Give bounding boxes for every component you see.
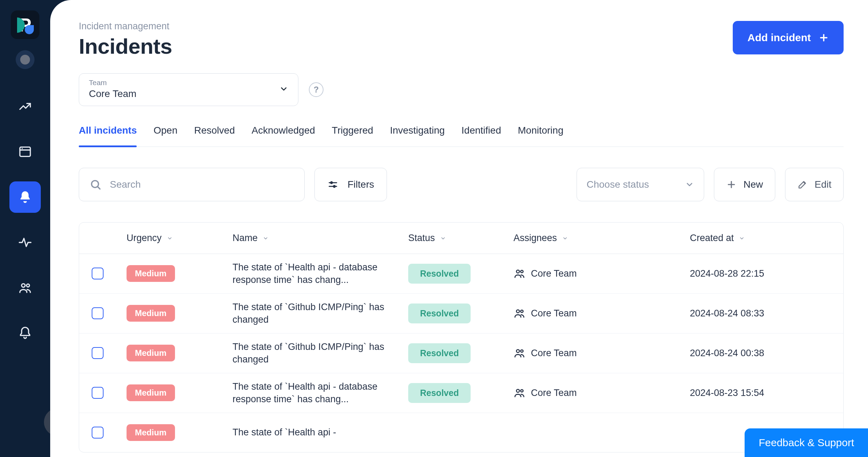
tab-acknowledged[interactable]: Acknowledged — [252, 125, 315, 147]
status-select[interactable]: Choose status — [577, 168, 704, 201]
table-row[interactable]: MediumThe state of `Health api - — [79, 413, 843, 452]
add-incident-button[interactable]: Add incident — [733, 21, 844, 54]
status-dot-icon — [20, 55, 30, 65]
tab-open[interactable]: Open — [153, 125, 177, 147]
sidebar-item-alerts[interactable] — [9, 317, 41, 349]
table-body: MediumThe state of `Health api - databas… — [79, 254, 843, 452]
edit-button[interactable]: Edit — [785, 168, 844, 201]
svg-point-20 — [521, 350, 523, 352]
svg-point-3 — [22, 284, 25, 287]
add-incident-label: Add incident — [747, 32, 811, 44]
incidents-table: Urgency Name Status Assignees Created at — [79, 222, 844, 452]
tab-resolved[interactable]: Resolved — [194, 125, 235, 147]
new-button[interactable]: New — [714, 168, 775, 201]
team-icon — [513, 387, 525, 399]
assignee-cell: Core Team — [513, 347, 690, 359]
col-created-at[interactable]: Created at — [690, 233, 831, 244]
main-panel: Incident management Incidents Add incide… — [50, 0, 868, 457]
assignee-cell: Core Team — [513, 268, 690, 279]
row-checkbox[interactable] — [92, 347, 104, 359]
col-status[interactable]: Status — [408, 233, 513, 244]
question-mark-icon: ? — [314, 85, 319, 95]
logo-accent-blue — [25, 25, 34, 34]
search-icon — [90, 179, 101, 190]
team-select-value: Core Team — [89, 88, 136, 99]
created-at-cell: 2024-08-24 08:33 — [690, 308, 831, 319]
page-header: Incident management Incidents Add incide… — [79, 21, 844, 59]
incident-name: The state of `Health api - — [233, 426, 344, 439]
row-checkbox[interactable] — [92, 307, 104, 319]
sidebar-item-pages[interactable] — [9, 136, 41, 167]
edit-icon — [797, 179, 808, 190]
sidebar: P — [0, 0, 50, 457]
svg-point-21 — [517, 389, 520, 392]
svg-line-8 — [98, 187, 100, 189]
tab-investigating[interactable]: Investigating — [390, 125, 445, 147]
sort-icon — [562, 235, 568, 241]
chevron-down-icon — [685, 180, 694, 189]
bell-outline-icon — [18, 326, 32, 340]
col-assignees[interactable]: Assignees — [513, 233, 690, 244]
edit-label: Edit — [815, 179, 831, 190]
selectors-row: Team Core Team ? — [79, 73, 844, 106]
sidebar-item-analytics[interactable] — [9, 91, 41, 122]
sort-icon — [440, 235, 446, 241]
urgency-badge: Medium — [127, 424, 175, 441]
incident-name: The state of `Github ICMP/Ping` has chan… — [233, 340, 408, 366]
urgency-badge: Medium — [127, 305, 175, 322]
svg-point-15 — [517, 270, 520, 274]
created-at-cell: 2024-08-23 15:54 — [690, 388, 831, 398]
status-badge: Resolved — [408, 383, 471, 403]
row-checkbox[interactable] — [92, 427, 104, 439]
col-name[interactable]: Name — [233, 233, 408, 244]
urgency-badge: Medium — [127, 345, 175, 361]
status-badge: Resolved — [408, 343, 471, 363]
created-at-cell: 2024-08-28 22:15 — [690, 268, 831, 279]
table-row[interactable]: MediumThe state of `Github ICMP/Ping` ha… — [79, 294, 843, 334]
assignee-cell: Core Team — [513, 307, 690, 319]
svg-point-17 — [517, 310, 520, 313]
tab-monitoring[interactable]: Monitoring — [518, 125, 563, 147]
sidebar-item-team[interactable] — [9, 272, 41, 304]
activity-icon — [18, 235, 32, 249]
svg-rect-0 — [20, 147, 30, 157]
svg-point-18 — [521, 310, 523, 313]
breadcrumb: Incident management — [79, 21, 172, 32]
feedback-support-button[interactable]: Feedback & Support — [745, 428, 868, 457]
chart-line-icon — [18, 99, 32, 113]
sort-icon — [262, 235, 269, 241]
col-urgency[interactable]: Urgency — [127, 233, 233, 244]
filters-label: Filters — [348, 179, 374, 190]
sidebar-item-pulse[interactable] — [9, 227, 41, 258]
tab-triggered[interactable]: Triggered — [332, 125, 373, 147]
row-checkbox[interactable] — [92, 268, 104, 279]
brand-logo[interactable]: P — [11, 10, 39, 39]
chevron-down-icon — [279, 84, 288, 93]
created-at-cell: 2024-08-24 00:38 — [690, 348, 831, 359]
search-box[interactable] — [79, 168, 305, 201]
team-icon — [513, 347, 525, 359]
toolbar: Filters Choose status New Edit — [79, 168, 844, 201]
tab-identified[interactable]: Identified — [462, 125, 501, 147]
new-label: New — [744, 179, 763, 190]
filters-button[interactable]: Filters — [314, 168, 387, 201]
sort-icon — [167, 235, 173, 241]
svg-point-4 — [26, 284, 29, 287]
table-row[interactable]: MediumThe state of `Health api - databas… — [79, 373, 843, 413]
bell-icon — [18, 190, 32, 204]
sidebar-item-incidents[interactable] — [9, 181, 41, 213]
team-icon — [513, 307, 525, 319]
sort-icon — [739, 235, 745, 241]
table-row[interactable]: MediumThe state of `Github ICMP/Ping` ha… — [79, 334, 843, 373]
team-select[interactable]: Team Core Team — [79, 73, 298, 106]
row-checkbox[interactable] — [92, 387, 104, 399]
table-header: Urgency Name Status Assignees Created at — [79, 223, 843, 254]
tab-all-incidents[interactable]: All incidents — [79, 125, 137, 147]
status-indicator[interactable] — [16, 50, 35, 69]
tabs: All incidentsOpenResolvedAcknowledgedTri… — [79, 125, 844, 147]
table-row[interactable]: MediumThe state of `Health api - databas… — [79, 254, 843, 294]
search-input[interactable] — [110, 179, 294, 190]
title-block: Incident management Incidents — [79, 21, 172, 59]
team-icon — [513, 268, 525, 279]
help-button[interactable]: ? — [309, 82, 323, 97]
